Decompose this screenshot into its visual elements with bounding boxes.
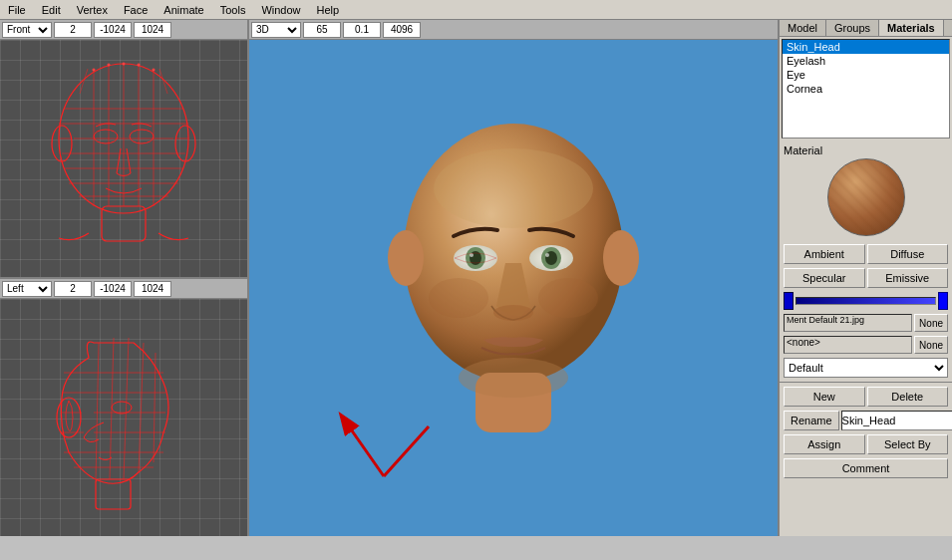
left-view-select[interactable]: Left Front Back Right Top xyxy=(2,281,52,297)
right-slider-thumb xyxy=(938,292,948,310)
new-delete-row: New Delete xyxy=(784,387,948,407)
shader-dropdown[interactable]: Default xyxy=(784,358,948,378)
delete-button[interactable]: Delete xyxy=(867,387,949,407)
rename-row: Rename xyxy=(784,411,948,430)
separator-1 xyxy=(780,382,952,383)
menu-help[interactable]: Help xyxy=(313,2,344,18)
svg-line-40 xyxy=(124,338,129,479)
rename-input[interactable] xyxy=(841,411,952,430)
right-panel: Model Groups Materials Joints Skin_Head … xyxy=(778,20,952,536)
select-by-button[interactable]: Select By xyxy=(867,434,949,454)
texture-row-1: Ment Default 21.jpg None xyxy=(784,314,948,332)
tab-joints[interactable]: Joints xyxy=(944,20,952,36)
texture-input-2[interactable]: <none> xyxy=(784,336,912,354)
menu-face[interactable]: Face xyxy=(120,2,152,18)
front-zoom-input[interactable] xyxy=(54,22,92,38)
color-slider-track[interactable] xyxy=(795,297,936,305)
slider-row xyxy=(784,292,948,310)
left-viewport: Left Front Back Right Top xyxy=(0,279,247,536)
svg-point-19 xyxy=(130,130,154,143)
material-section: Material xyxy=(780,140,952,242)
svg-point-59 xyxy=(538,278,598,318)
svg-line-39 xyxy=(110,338,114,479)
left-slider-thumb xyxy=(784,292,793,310)
wire-mesh-left xyxy=(34,318,213,517)
svg-point-1 xyxy=(52,126,72,161)
front-view-select[interactable]: Front Back Left Right Top Bottom xyxy=(2,22,52,38)
left-range-max-input[interactable] xyxy=(134,281,171,297)
main-layout: Front Back Left Right Top Bottom xyxy=(0,20,952,536)
texture-row-2: <none> None xyxy=(784,336,948,354)
svg-line-21 xyxy=(159,69,167,94)
svg-line-41 xyxy=(139,343,144,472)
rendered-head xyxy=(314,59,713,517)
svg-line-42 xyxy=(154,353,156,462)
new-button[interactable]: New xyxy=(784,387,865,407)
assign-select-row: Assign Select By xyxy=(784,434,948,454)
svg-point-58 xyxy=(429,278,488,318)
front-viewport-toolbar: Front Back Left Right Top Bottom xyxy=(0,20,247,40)
left-viewport-canvas xyxy=(0,299,247,536)
rename-button[interactable]: Rename xyxy=(784,411,839,430)
material-item-cornea[interactable]: Cornea xyxy=(783,82,949,96)
assign-button[interactable]: Assign xyxy=(784,434,865,454)
panel-tabs: Model Groups Materials Joints xyxy=(780,20,952,37)
svg-point-47 xyxy=(434,148,593,228)
diffuse-button[interactable]: Diffuse xyxy=(867,244,949,264)
svg-line-38 xyxy=(96,343,99,479)
front-viewport: Front Back Left Right Top Bottom xyxy=(0,20,247,279)
3d-near-input[interactable] xyxy=(343,22,381,38)
svg-point-44 xyxy=(388,230,424,286)
3d-viewport: 3D xyxy=(249,20,778,536)
texture-input-1[interactable]: Ment Default 21.jpg xyxy=(784,314,912,332)
material-item-skin-head[interactable]: Skin_Head xyxy=(783,40,949,54)
material-item-eye[interactable]: Eye xyxy=(783,68,949,82)
front-range-min-input[interactable] xyxy=(94,22,132,38)
svg-point-2 xyxy=(175,126,195,161)
3d-viewport-canvas xyxy=(249,40,778,536)
menu-file[interactable]: File xyxy=(4,2,30,18)
svg-point-18 xyxy=(94,130,118,143)
svg-point-52 xyxy=(470,253,474,257)
left-zoom-input[interactable] xyxy=(54,281,92,297)
3d-view-select[interactable]: 3D xyxy=(251,22,301,38)
3d-far-input[interactable] xyxy=(383,22,421,38)
front-viewport-canvas xyxy=(0,40,247,277)
3d-fov-input[interactable] xyxy=(303,22,341,38)
tab-materials[interactable]: Materials xyxy=(879,20,944,36)
svg-point-26 xyxy=(153,69,156,72)
emissive-button[interactable]: Emissive xyxy=(867,268,949,288)
material-item-eyelash[interactable]: Eyelash xyxy=(783,54,949,68)
comment-button[interactable]: Comment xyxy=(784,458,948,478)
menu-tools[interactable]: Tools xyxy=(216,2,250,18)
menu-window[interactable]: Window xyxy=(257,2,304,18)
svg-point-23 xyxy=(108,64,111,67)
svg-point-25 xyxy=(93,69,96,72)
menu-edit[interactable]: Edit xyxy=(38,2,65,18)
wire-mesh-front xyxy=(34,49,213,268)
svg-point-22 xyxy=(123,63,126,66)
menu-animate[interactable]: Animate xyxy=(159,2,207,18)
svg-point-28 xyxy=(112,402,132,414)
specular-button[interactable]: Specular xyxy=(784,268,865,288)
left-range-min-input[interactable] xyxy=(94,281,132,297)
svg-point-55 xyxy=(545,253,549,257)
menu-vertex[interactable]: Vertex xyxy=(73,2,112,18)
material-preview xyxy=(827,158,905,236)
texture-none-button-1[interactable]: None xyxy=(914,314,948,332)
menubar: File Edit Vertex Face Animate Tools Wind… xyxy=(0,0,952,20)
left-viewport-toolbar: Left Front Back Right Top xyxy=(0,279,247,299)
tab-model[interactable]: Model xyxy=(780,20,826,36)
comment-row: Comment xyxy=(784,458,948,478)
material-label: Material xyxy=(784,144,948,156)
tab-groups[interactable]: Groups xyxy=(826,20,879,36)
3d-viewport-toolbar: 3D xyxy=(249,20,778,40)
svg-point-56 xyxy=(493,305,533,321)
material-list[interactable]: Skin_Head Eyelash Eye Cornea xyxy=(782,39,950,139)
svg-line-20 xyxy=(80,69,88,94)
svg-point-24 xyxy=(138,64,141,67)
shader-dropdown-row: Default xyxy=(784,358,948,378)
texture-none-button-2[interactable]: None xyxy=(914,336,948,354)
ambient-button[interactable]: Ambient xyxy=(784,244,865,264)
front-range-max-input[interactable] xyxy=(134,22,171,38)
